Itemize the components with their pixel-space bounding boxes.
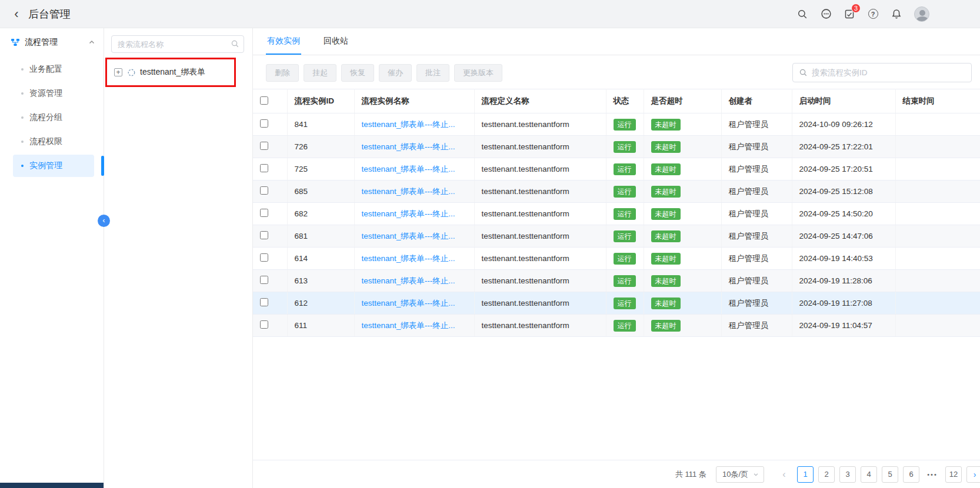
cell-creator: 租户管理员	[721, 158, 792, 181]
toolbar-button-催办[interactable]: 催办	[379, 64, 412, 82]
sidebar-section-process-management[interactable]: 流程管理	[0, 28, 104, 56]
process-node-icon	[127, 68, 136, 77]
cell-end-time	[895, 270, 980, 292]
column-header-流程定义名称: 流程定义名称	[474, 89, 606, 113]
row-checkbox[interactable]	[260, 320, 268, 329]
row-checkbox[interactable]	[260, 231, 268, 239]
search-icon[interactable]	[231, 39, 239, 50]
sidebar-item-流程权限[interactable]: 流程权限	[13, 131, 94, 153]
cell-start-time: 2024-09-25 17:20:51	[792, 158, 895, 181]
column-header-流程实例ID: 流程实例ID	[287, 89, 354, 113]
cell-instance-id: 726	[287, 136, 354, 158]
page-button-3[interactable]: 3	[839, 466, 856, 483]
row-checkbox[interactable]	[260, 119, 268, 128]
cell-timeout: 未超时	[644, 248, 721, 270]
instance-search-input[interactable]	[812, 68, 965, 77]
timeout-badge: 未超时	[651, 119, 681, 131]
status-badge: 运行	[614, 186, 636, 198]
page-button-2[interactable]: 2	[818, 466, 835, 483]
sidebar-footer-bar	[0, 483, 104, 488]
sidebar-item-实例管理[interactable]: 实例管理	[13, 155, 94, 177]
row-checkbox[interactable]	[260, 253, 268, 262]
row-checkbox[interactable]	[260, 209, 268, 217]
cell-status: 运行	[606, 248, 644, 270]
instance-link[interactable]: testtenant_绑表单---终止...	[362, 276, 455, 285]
toolbar-button-批注[interactable]: 批注	[416, 64, 449, 82]
page-ellipsis[interactable]: •••	[924, 466, 941, 483]
sidebar-item-label: 流程权限	[29, 136, 62, 147]
search-icon[interactable]	[796, 8, 808, 20]
toolbar-button-挂起[interactable]: 挂起	[304, 64, 336, 82]
back-button[interactable]: ‹	[8, 8, 25, 21]
expand-icon[interactable]: +	[114, 68, 122, 76]
column-header-启动时间: 启动时间	[792, 89, 895, 113]
instance-link[interactable]: testtenant_绑表单---终止...	[362, 299, 455, 307]
cell-timeout: 未超时	[644, 292, 721, 315]
row-checkbox-cell	[253, 158, 287, 181]
sidebar-item-label: 资源管理	[29, 88, 62, 99]
cell-definition-name: testtenant.testtenantform	[474, 270, 606, 292]
page-button-6[interactable]: 6	[903, 466, 919, 483]
page-button-12[interactable]: 12	[945, 466, 962, 483]
instance-link[interactable]: testtenant_绑表单---终止...	[362, 254, 455, 263]
instance-link[interactable]: testtenant_绑表单---终止...	[362, 142, 455, 151]
instance-link[interactable]: testtenant_绑表单---终止...	[362, 120, 455, 129]
sidebar-item-业务配置[interactable]: 业务配置	[13, 58, 94, 81]
instance-link[interactable]: testtenant_绑表单---终止...	[362, 232, 455, 240]
tab-有效实例[interactable]: 有效实例	[266, 28, 301, 55]
tree-node-testtenant[interactable]: + testtenant_绑表单	[109, 63, 232, 82]
toolbar-button-更换版本[interactable]: 更换版本	[454, 64, 502, 82]
tree-search-input[interactable]	[111, 35, 244, 53]
toolbar-button-恢复[interactable]: 恢复	[341, 64, 374, 82]
assistant-icon[interactable]	[820, 8, 832, 20]
sidebar-item-资源管理[interactable]: 资源管理	[13, 82, 94, 105]
instance-link[interactable]: testtenant_绑表单---终止...	[362, 187, 455, 196]
cell-timeout: 未超时	[644, 203, 721, 225]
sidebar-item-流程分组[interactable]: 流程分组	[13, 106, 94, 129]
cell-creator: 租户管理员	[721, 270, 792, 292]
bullet-icon	[21, 116, 24, 119]
cell-end-time	[895, 225, 980, 248]
status-badge: 运行	[614, 230, 636, 242]
timeout-badge: 未超时	[651, 230, 681, 242]
tab-bar: 有效实例回收站	[253, 28, 980, 55]
collapse-panel-button[interactable]: ‹	[98, 215, 110, 227]
timeout-badge: 未超时	[651, 186, 681, 198]
prev-page-button[interactable]: ‹	[776, 466, 792, 483]
row-checkbox[interactable]	[260, 164, 268, 172]
status-badge: 运行	[614, 253, 636, 265]
page-button-5[interactable]: 5	[882, 466, 898, 483]
toolbar-button-删除[interactable]: 删除	[266, 64, 299, 82]
page-button-4[interactable]: 4	[861, 466, 877, 483]
status-badge: 运行	[614, 208, 636, 220]
help-icon[interactable]: ?	[867, 8, 879, 20]
topbar: ‹ 后台管理 3 ?	[0, 0, 980, 28]
avatar[interactable]	[914, 6, 929, 22]
bell-icon[interactable]	[891, 8, 902, 20]
select-all-checkbox[interactable]	[260, 96, 268, 105]
row-checkbox[interactable]	[260, 186, 268, 195]
instance-link[interactable]: testtenant_绑表单---终止...	[362, 321, 455, 330]
page-size-select[interactable]: 10条/页	[716, 466, 764, 483]
cell-instance-id: 682	[287, 203, 354, 225]
row-checkbox[interactable]	[260, 298, 268, 306]
app-root: ‹ 后台管理 3 ?	[0, 0, 980, 488]
cell-start-time: 2024-09-19 11:27:08	[792, 292, 895, 315]
next-page-button[interactable]: ›	[966, 466, 980, 483]
cell-end-time	[895, 158, 980, 181]
status-badge: 运行	[614, 298, 636, 309]
page-button-1[interactable]: 1	[797, 466, 814, 483]
cell-status: 运行	[606, 292, 644, 315]
cell-timeout: 未超时	[644, 315, 721, 337]
cell-definition-name: testtenant.testtenantform	[474, 158, 606, 181]
todo-list-icon[interactable]: 3	[844, 8, 855, 20]
instance-link[interactable]: testtenant_绑表单---终止...	[362, 165, 455, 173]
cell-instance-name: testtenant_绑表单---终止...	[354, 113, 474, 136]
chevron-down-icon	[753, 472, 759, 477]
row-checkbox[interactable]	[260, 276, 268, 284]
instance-link[interactable]: testtenant_绑表单---终止...	[362, 209, 455, 218]
status-badge: 运行	[614, 320, 636, 332]
cell-creator: 租户管理员	[721, 248, 792, 270]
tab-回收站[interactable]: 回收站	[322, 28, 349, 55]
row-checkbox[interactable]	[260, 142, 268, 150]
